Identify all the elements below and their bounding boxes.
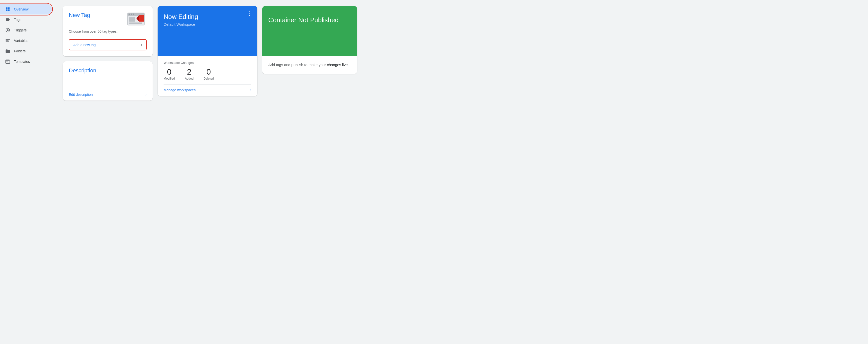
- svg-rect-8: [6, 40, 9, 41]
- sidebar-item-overview[interactable]: Overview: [0, 4, 52, 15]
- edit-description-label: Edit description: [69, 92, 93, 96]
- overview-icon: [5, 6, 10, 12]
- templates-icon: [5, 59, 10, 64]
- sidebar-item-label: Triggers: [14, 28, 27, 32]
- sidebar-item-label: Variables: [14, 39, 28, 42]
- now-editing-header: Now Editing Default Workspace ⋮: [158, 6, 257, 56]
- sidebar-item-tags[interactable]: Tags: [0, 15, 52, 25]
- deleted-value: 0: [207, 67, 211, 76]
- not-published-description: Add tags and publish to make your change…: [268, 62, 351, 68]
- not-published-body: Add tags and publish to make your change…: [262, 56, 357, 74]
- not-published-card: Container Not Published Add tags and pub…: [262, 6, 357, 74]
- sidebar-item-triggers[interactable]: Triggers: [0, 25, 52, 35]
- folders-icon: [5, 48, 10, 54]
- svg-rect-1: [8, 7, 10, 9]
- left-column: New Tag Choose from over 50 tag types.: [63, 6, 153, 338]
- add-new-tag-button[interactable]: Add a new tag ›: [69, 39, 147, 50]
- sidebar-item-label: Tags: [14, 18, 22, 22]
- sidebar-item-label: Templates: [14, 60, 30, 64]
- changes-row: 0 Modified 2 Added 0 Deleted: [163, 67, 251, 80]
- sidebar-item-label: Folders: [14, 49, 26, 53]
- svg-point-6: [7, 30, 8, 30]
- now-editing-body: Workspace Changes 0 Modified 2 Added 0 D…: [158, 56, 257, 96]
- new-tag-description: Choose from over 50 tag types.: [69, 29, 147, 34]
- manage-workspaces-chevron: ›: [250, 88, 251, 92]
- deleted-count: 0 Deleted: [204, 67, 214, 80]
- svg-rect-3: [8, 9, 10, 11]
- description-title: Description: [69, 67, 147, 74]
- manage-workspaces-label: Manage workspaces: [163, 88, 195, 92]
- now-editing-card: Now Editing Default Workspace ⋮ Workspac…: [158, 6, 257, 96]
- svg-marker-18: [139, 15, 144, 22]
- edit-description-chevron: ›: [145, 92, 147, 96]
- add-tag-chevron: ›: [141, 42, 142, 48]
- triggers-icon: [5, 27, 10, 33]
- main-content: New Tag Choose from over 50 tag types.: [55, 0, 868, 344]
- now-editing-title: Now Editing: [163, 13, 251, 21]
- description-card: Description Edit description ›: [63, 61, 153, 101]
- added-label: Added: [185, 77, 193, 80]
- svg-rect-17: [129, 23, 142, 24]
- workspace-changes-label: Workspace Changes: [163, 61, 251, 65]
- add-tag-label: Add a new tag: [73, 43, 96, 47]
- sidebar-item-folders[interactable]: Folders: [0, 46, 52, 56]
- sidebar-item-label: Overview: [14, 7, 28, 11]
- new-tag-header: New Tag: [69, 12, 147, 27]
- svg-rect-14: [131, 13, 132, 15]
- svg-rect-0: [6, 7, 8, 9]
- modified-count: 0 Modified: [163, 67, 175, 80]
- now-editing-subtitle: Default Workspace: [163, 22, 251, 26]
- modified-value: 0: [167, 67, 172, 76]
- svg-rect-16: [129, 17, 135, 22]
- deleted-label: Deleted: [204, 77, 214, 80]
- now-editing-column: Now Editing Default Workspace ⋮ Workspac…: [158, 6, 257, 338]
- variables-icon: [5, 38, 10, 44]
- browser-icon: [127, 12, 147, 27]
- sidebar-item-templates[interactable]: Templates: [0, 56, 52, 67]
- added-value: 2: [187, 67, 191, 76]
- not-published-column: Container Not Published Add tags and pub…: [262, 6, 357, 338]
- not-published-title: Container Not Published: [268, 16, 339, 24]
- tags-icon: [5, 17, 10, 23]
- svg-rect-2: [6, 9, 8, 11]
- new-tag-title: New Tag: [69, 12, 90, 19]
- manage-workspaces-button[interactable]: Manage workspaces ›: [163, 84, 251, 92]
- svg-rect-15: [133, 13, 134, 15]
- edit-description-button[interactable]: Edit description ›: [69, 89, 147, 96]
- svg-rect-13: [128, 13, 130, 15]
- sidebar: Overview Tags Triggers: [0, 0, 55, 344]
- new-tag-card: New Tag Choose from over 50 tag types.: [63, 6, 153, 56]
- sidebar-item-variables[interactable]: Variables: [0, 35, 52, 46]
- added-count: 2 Added: [185, 67, 193, 80]
- more-options-button[interactable]: ⋮: [247, 11, 252, 17]
- svg-rect-7: [6, 39, 10, 40]
- not-published-header: Container Not Published: [262, 6, 357, 56]
- svg-rect-9: [6, 41, 9, 42]
- modified-label: Modified: [163, 77, 175, 80]
